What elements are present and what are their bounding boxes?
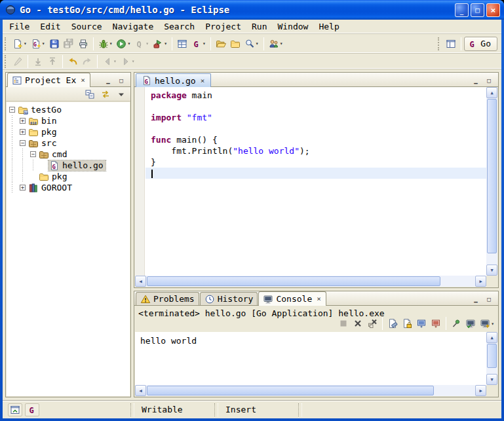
scrollbar-thumb[interactable]	[147, 276, 440, 286]
code-line-1[interactable]: package main	[145, 90, 486, 101]
scroll-up-button[interactable]: ▲	[486, 332, 497, 343]
minimize-view-button[interactable]: ▁	[470, 294, 482, 304]
code-line-8[interactable]	[145, 168, 486, 179]
search-dropdown[interactable]: ▾	[256, 41, 259, 46]
tree-node-testgo[interactable]: −testGo	[9, 104, 130, 115]
code-line-4[interactable]	[145, 123, 486, 134]
fast-view-button[interactable]	[8, 403, 22, 416]
scroll-up-button[interactable]: ▲	[486, 87, 497, 98]
tree-toggle-plus[interactable]: +	[20, 129, 26, 135]
go-trim-button[interactable]	[25, 403, 39, 416]
view-menu-button[interactable]	[114, 86, 128, 102]
menu-edit[interactable]: Edit	[35, 20, 66, 33]
tree-node-cmd[interactable]: −cmd	[9, 149, 130, 160]
clear-console-button[interactable]	[385, 316, 400, 331]
code-line-7[interactable]: }	[145, 156, 486, 168]
code-line-2[interactable]	[145, 101, 486, 112]
maximize-view-button[interactable]: □	[483, 75, 495, 85]
team-dropdown[interactable]: ▾	[280, 41, 283, 46]
toolbar-grip[interactable]	[5, 55, 8, 68]
close-button[interactable]: ×	[486, 3, 500, 17]
tree-node-pkg[interactable]: +pkg	[9, 126, 130, 137]
code-line-3[interactable]: import "fmt"	[145, 112, 486, 123]
toolbar-grip[interactable]	[5, 37, 8, 50]
tree-node-bin[interactable]: +bin	[9, 115, 130, 126]
open-console-dropdown[interactable]: ▾	[491, 321, 494, 327]
scroll-down-button[interactable]: ▼	[486, 374, 497, 385]
menu-navigate[interactable]: Navigate	[107, 20, 159, 33]
tab-problems[interactable]: Problems	[136, 292, 199, 305]
title-bar[interactable]: Go - testGo/src/cmd/hello.go - Eclipse _…	[0, 0, 504, 20]
new-go-file-button[interactable]: ▾	[189, 36, 208, 52]
tree-node-pkg[interactable]: pkg	[9, 171, 130, 182]
tab-console[interactable]: Console×	[258, 291, 326, 306]
remove-launch-button[interactable]	[351, 316, 365, 331]
tab-project-explorer[interactable]: Project Ex ×	[7, 73, 90, 87]
open-perspective-button[interactable]	[444, 36, 458, 52]
console-output[interactable]: hello world	[135, 332, 486, 385]
open-go-package-button[interactable]	[214, 36, 228, 52]
editor-horizontal-scrollbar[interactable]: ◀ ▶	[135, 276, 486, 287]
open-console-button[interactable]: ▾	[478, 316, 496, 331]
search-button[interactable]: ▾	[242, 36, 261, 52]
show-on-stderr-button[interactable]	[429, 316, 443, 331]
scroll-left-button[interactable]: ◀	[135, 276, 146, 287]
new-go-element-dropdown[interactable]: ▾	[42, 41, 45, 46]
close-icon[interactable]: ×	[200, 77, 206, 85]
code-area[interactable]: package mainimport "fmt"func main() { fm…	[145, 87, 486, 276]
run-button[interactable]: ▾	[114, 36, 132, 52]
menu-window[interactable]: Window	[272, 20, 313, 33]
scroll-right-button[interactable]: ▶	[475, 385, 486, 396]
run-dropdown[interactable]: ▾	[127, 41, 130, 46]
menu-run[interactable]: Run	[246, 20, 272, 33]
menu-search[interactable]: Search	[159, 20, 200, 33]
close-icon[interactable]: ×	[80, 76, 86, 84]
remove-all-terminated-button[interactable]	[365, 316, 379, 331]
annotation-ruler[interactable]	[135, 87, 145, 276]
debug-button[interactable]: ▾	[96, 36, 115, 52]
tree-node-goroot[interactable]: +GOROOT	[9, 182, 130, 193]
menu-file[interactable]: File	[4, 20, 35, 33]
collapse-all-button[interactable]	[83, 86, 97, 102]
scrollbar-thumb[interactable]	[147, 386, 434, 395]
minimize-view-button[interactable]: ▁	[470, 75, 482, 85]
scroll-right-button[interactable]: ▶	[475, 276, 486, 287]
tree-toggle-minus[interactable]: −	[20, 140, 26, 146]
new-go-element-button[interactable]: ▾	[29, 36, 47, 52]
console-horizontal-scrollbar[interactable]: ◀ ▶	[135, 385, 486, 396]
pin-console-button[interactable]	[449, 316, 463, 331]
scroll-left-button[interactable]: ◀	[135, 385, 146, 396]
show-on-stdout-button[interactable]	[414, 316, 429, 331]
open-folder-button[interactable]	[228, 36, 242, 52]
menu-help[interactable]: Help	[313, 20, 344, 33]
toolbar-grip[interactable]	[438, 37, 441, 50]
code-line-6[interactable]: fmt.Println("hello world");	[145, 145, 486, 156]
minimize-button[interactable]: _	[455, 3, 469, 17]
tree-node-src[interactable]: −src	[9, 137, 130, 149]
maximize-view-button[interactable]: □	[115, 75, 127, 85]
debug-dropdown[interactable]: ▾	[109, 41, 113, 46]
tree-toggle-plus[interactable]: +	[20, 185, 26, 191]
link-with-editor-button[interactable]	[98, 86, 113, 102]
tab-hello-go[interactable]: hello.go ×	[136, 73, 211, 87]
maximize-button[interactable]: □	[471, 3, 484, 17]
new-go-file-dropdown[interactable]: ▾	[203, 41, 206, 46]
tree-toggle-plus[interactable]: +	[20, 118, 26, 124]
scroll-down-button[interactable]: ▼	[486, 265, 497, 276]
save-button[interactable]	[47, 36, 62, 52]
console-vertical-scrollbar[interactable]: ▲ ▼	[486, 332, 497, 385]
tree-toggle-minus[interactable]: −	[30, 151, 36, 157]
new-go-project-button[interactable]	[175, 36, 189, 52]
close-icon[interactable]: ×	[316, 295, 322, 303]
external-tools-dropdown[interactable]: ▾	[164, 41, 167, 46]
tab-history[interactable]: History	[200, 292, 258, 305]
menu-project[interactable]: Project	[200, 20, 246, 33]
team-button[interactable]: ▾	[267, 36, 285, 52]
tree-toggle-minus[interactable]: −	[9, 107, 15, 113]
print-button[interactable]	[76, 36, 90, 52]
menu-source[interactable]: Source	[66, 20, 107, 33]
new-button[interactable]: ▾	[10, 36, 29, 52]
tree-node-hello-go[interactable]: hello.go	[9, 160, 130, 171]
external-tools-button[interactable]: ▾	[151, 36, 169, 52]
code-line-5[interactable]: func main() {	[145, 134, 486, 145]
